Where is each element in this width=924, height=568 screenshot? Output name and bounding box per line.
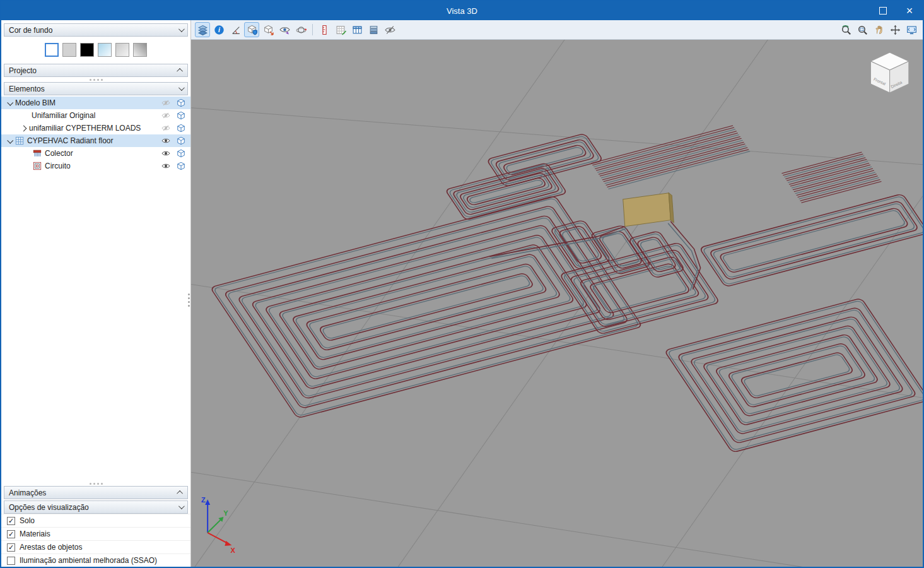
layers-3d-tool-button[interactable] xyxy=(195,22,210,37)
move-view-button[interactable] xyxy=(887,22,903,37)
bg-swatch-light-gray[interactable] xyxy=(62,43,76,57)
maximize-icon xyxy=(879,7,887,15)
model-cube-icon[interactable] xyxy=(177,162,185,170)
checkbox[interactable] xyxy=(7,557,15,565)
window-title: Vista 3D xyxy=(1,6,923,16)
3d-canvas[interactable]: FrontalDireitaZYX xyxy=(191,40,923,567)
model-cube-icon[interactable] xyxy=(177,98,185,107)
collector-icon xyxy=(33,149,42,158)
title-bar[interactable]: Vista 3D × xyxy=(1,1,923,20)
option-ssao[interactable]: Iluminação ambiental melhorada (SSAO) xyxy=(1,553,190,567)
left-sidebar: Cor de fundo Projecto Elementos xyxy=(1,20,191,567)
panel-title: Opções de visualização xyxy=(9,503,178,512)
svg-text:Y: Y xyxy=(223,509,228,517)
svg-text:Z: Z xyxy=(201,496,206,504)
tree-item-label: Modelo BIM xyxy=(15,98,56,107)
visibility-on-icon[interactable] xyxy=(161,162,170,170)
data-table-button[interactable] xyxy=(349,22,365,37)
checkbox[interactable]: ✓ xyxy=(7,543,15,552)
tree-item-colector[interactable]: Colector xyxy=(1,147,190,160)
panel-title: Projecto xyxy=(9,66,178,75)
checkbox[interactable]: ✓ xyxy=(7,517,15,525)
zoom-extents-button[interactable] xyxy=(838,22,853,37)
model-cube-icon[interactable] xyxy=(177,136,185,145)
radiant-floor-icon xyxy=(15,136,24,145)
checkbox[interactable]: ✓ xyxy=(7,530,15,538)
chevron-down-icon[interactable] xyxy=(7,99,13,105)
tree-item-cypehvac-radiant-floor[interactable]: CYPEHVAC Radiant floor xyxy=(1,134,190,147)
option-solo[interactable]: ✓ Solo xyxy=(1,514,190,527)
visibility-off-icon[interactable] xyxy=(161,111,170,120)
visibility-off-icon[interactable] xyxy=(161,98,170,107)
tree-item-label: unifamiliar CYPETHERM LOADS xyxy=(29,124,141,133)
clipping-plane-button[interactable] xyxy=(244,22,259,37)
pan-button[interactable] xyxy=(871,22,886,37)
viewport-panel: i FrontalDireitaZYX xyxy=(191,20,923,567)
option-materiais[interactable]: ✓ Materiais xyxy=(1,527,190,540)
panel-header-cor-de-fundo[interactable]: Cor de fundo xyxy=(4,23,188,37)
tree-item-unifamiliar-cypetherm-loads[interactable]: unifamiliar CYPETHERM LOADS xyxy=(1,122,190,134)
tree-item-circuito[interactable]: Circuito xyxy=(1,160,190,172)
tree-item-unifamiliar-original[interactable]: Unifamiliar Original xyxy=(1,109,190,122)
chevron-right-icon[interactable] xyxy=(21,125,27,131)
tree-item-modelo-bim[interactable]: Modelo BIM xyxy=(1,97,190,109)
vista-3d-window: Vista 3D × Cor de fundo Projecto xyxy=(0,0,924,568)
panel-header-opcoes-visualizacao[interactable]: Opções de visualização xyxy=(4,500,188,514)
model-cube-icon[interactable] xyxy=(177,111,185,120)
info-button[interactable]: i xyxy=(211,22,226,37)
option-label: Iluminação ambiental melhorada (SSAO) xyxy=(20,556,157,565)
svg-text:X: X xyxy=(230,547,235,554)
panel-title: Animações xyxy=(9,488,178,497)
maximize-button[interactable] xyxy=(870,1,896,20)
bg-swatch-dark-gradient[interactable] xyxy=(133,43,147,57)
visibility-tool-button[interactable] xyxy=(277,22,292,37)
panel-title: Elementos xyxy=(9,85,178,93)
hide-elements-button[interactable] xyxy=(382,22,397,37)
visibility-on-icon[interactable] xyxy=(161,136,170,145)
sidebar-splitter[interactable] xyxy=(188,293,190,307)
visualization-options: ✓ Solo ✓ Materiais ✓ Arestas de objetos … xyxy=(1,514,190,567)
fit-screen-button[interactable] xyxy=(904,22,919,37)
panel-title: Cor de fundo xyxy=(9,26,178,35)
panel-resize-handle[interactable] xyxy=(1,77,190,82)
panel-header-animacoes[interactable]: Animações xyxy=(4,486,188,499)
chevron-down-icon xyxy=(178,26,185,32)
panel-header-projecto[interactable]: Projecto xyxy=(4,64,188,77)
tree-item-label: Circuito xyxy=(45,162,71,170)
tree-item-label: Unifamiliar Original xyxy=(32,111,95,120)
chevron-down-icon xyxy=(178,85,185,91)
tree-item-label: CYPEHVAC Radiant floor xyxy=(27,136,114,145)
view-cube[interactable]: FrontalDireita xyxy=(870,52,908,93)
visibility-off-icon[interactable] xyxy=(161,124,170,133)
bg-swatch-gray-gradient[interactable] xyxy=(115,43,129,57)
toolbar-separator xyxy=(312,24,313,35)
model-cube-icon[interactable] xyxy=(177,149,185,158)
visibility-on-icon[interactable] xyxy=(161,149,170,158)
viewport-toolbar: i xyxy=(191,20,923,40)
model-cube-icon[interactable] xyxy=(177,124,185,133)
bg-swatch-white[interactable] xyxy=(45,43,59,57)
bg-swatch-blue-gradient[interactable] xyxy=(98,43,112,57)
close-button[interactable]: × xyxy=(896,1,923,20)
bg-swatch-black[interactable] xyxy=(80,43,94,57)
chevron-down-icon[interactable] xyxy=(7,137,13,143)
ruler-tool-button[interactable] xyxy=(317,22,332,37)
elements-tree: Modelo BIM Unifamiliar Original uni xyxy=(1,97,190,172)
panel-header-elementos[interactable]: Elementos xyxy=(4,82,188,95)
option-label: Arestas de objetos xyxy=(20,543,82,552)
isolate-box-button[interactable] xyxy=(260,22,276,37)
protractor-tool-button[interactable] xyxy=(228,22,243,37)
chevron-down-icon xyxy=(178,503,185,509)
panel-resize-handle[interactable] xyxy=(1,481,190,486)
layers-button[interactable] xyxy=(366,22,381,37)
circuit-icon xyxy=(33,162,42,170)
edit-plan-button[interactable] xyxy=(333,22,348,37)
tree-item-label: Colector xyxy=(45,149,73,158)
close-icon: × xyxy=(906,5,913,16)
zoom-window-button[interactable] xyxy=(855,22,870,37)
background-color-swatches xyxy=(1,37,190,62)
option-label: Materiais xyxy=(20,530,50,538)
collector-object xyxy=(623,193,671,227)
option-arestas-de-objetos[interactable]: ✓ Arestas de objetos xyxy=(1,540,190,553)
orbit-tool-button[interactable] xyxy=(293,22,308,37)
